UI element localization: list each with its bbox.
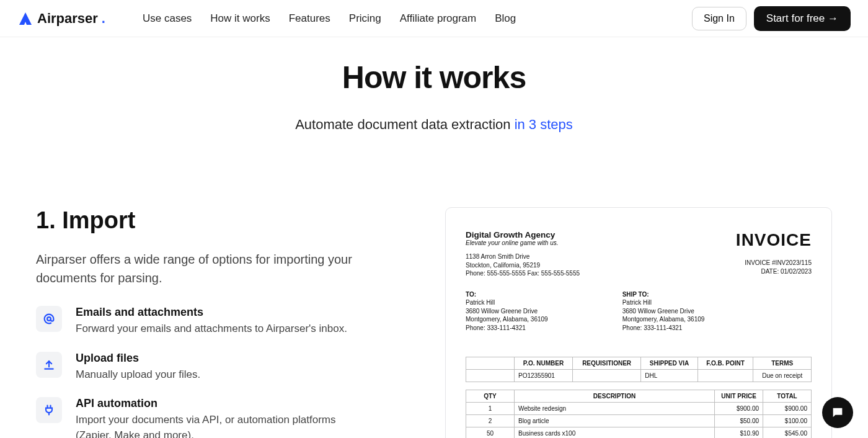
- page-subtitle: Automate document data extraction in 3 s…: [0, 117, 868, 133]
- th-req: REQUISITIONER: [572, 357, 640, 370]
- invoice-addr1: 1138 Arron Smith Drive: [466, 253, 580, 261]
- to-addr1: 3680 Willow Greene Drive: [466, 307, 548, 316]
- at-icon: [36, 306, 62, 332]
- th-ship: SHIPPED VIA: [641, 357, 698, 370]
- th-desc: DESCRIPTION: [514, 390, 714, 403]
- nav-affiliate[interactable]: Affiliate program: [400, 12, 476, 25]
- line-item: 1 Website redesign $900.00 $900.00: [466, 403, 812, 415]
- upload-icon: [36, 352, 62, 378]
- td-terms: Due on receipt: [753, 370, 812, 382]
- th-total: TOTAL: [763, 390, 812, 403]
- invoice-illustration: Digital Growth Agency Elevate your onlin…: [445, 207, 832, 438]
- td-po: PO12355901: [514, 370, 572, 382]
- brand-dot: .: [102, 11, 105, 27]
- subtitle-emphasis: in 3 steps: [515, 117, 573, 132]
- header-actions: Sign In Start for free →: [692, 6, 851, 31]
- signin-button[interactable]: Sign In: [692, 7, 746, 30]
- to-label: TO:: [466, 290, 548, 299]
- import-copy: 1. Import Airparser offers a wide range …: [36, 207, 420, 438]
- section-description: Airparser offers a wide range of options…: [36, 250, 371, 287]
- nav-features[interactable]: Features: [289, 12, 330, 25]
- feature-desc: Manually upload your files.: [76, 367, 200, 383]
- feature-title: Emails and attachments: [76, 306, 347, 319]
- th-terms: TERMS: [753, 357, 812, 370]
- feature-title: API automation: [76, 397, 373, 410]
- feature-desc: Forward your emails and attachments to A…: [76, 321, 347, 337]
- start-free-button[interactable]: Start for free →: [754, 6, 851, 31]
- to-name: Patrick Hill: [466, 298, 548, 307]
- subtitle-pre: Automate document data extraction: [295, 117, 514, 132]
- ship-addr1: 3680 Willow Greene Drive: [622, 307, 705, 316]
- invoice-card: Digital Growth Agency Elevate your onlin…: [445, 207, 832, 438]
- td-ship: DHL: [641, 370, 698, 382]
- feature-api: API automation Import your documents via…: [36, 397, 420, 438]
- invoice-addr2: Stockton, California, 95219: [466, 261, 580, 270]
- section-heading: 1. Import: [36, 207, 420, 234]
- brand-name: Airparser: [37, 11, 98, 27]
- th-po: P.O. NUMBER: [514, 357, 572, 370]
- hero-section: How it works Automate document data extr…: [0, 37, 868, 133]
- line-item: 50 Business cards x100 $10.90 $545.00: [466, 427, 812, 439]
- feature-emails: Emails and attachments Forward your emai…: [36, 306, 420, 337]
- nav-pricing[interactable]: Pricing: [349, 12, 381, 25]
- invoice-phone: Phone: 555-555-5555 Fax: 555-555-5555: [466, 269, 580, 278]
- feature-title: Upload files: [76, 352, 200, 365]
- ship-name: Patrick Hill: [622, 298, 705, 307]
- invoice-number: INVOICE #INV2023/115: [736, 259, 812, 267]
- invoice-po-table: P.O. NUMBER REQUISITIONER SHIPPED VIA F.…: [466, 357, 812, 382]
- nav-how-it-works[interactable]: How it works: [210, 12, 270, 25]
- to-addr2: Montgomery, Alabama, 36109: [466, 315, 548, 324]
- brand-mark-icon: [17, 11, 33, 26]
- ship-addr2: Montgomery, Alabama, 36109: [622, 315, 705, 324]
- brand-logo[interactable]: Airparser.: [17, 11, 105, 27]
- ship-phone: Phone: 333-111-4321: [622, 324, 705, 333]
- plug-icon: [36, 397, 62, 423]
- line-item: 2 Blog article $50.00 $100.00: [466, 415, 812, 427]
- import-section: 1. Import Airparser offers a wide range …: [0, 133, 868, 438]
- th-fob: F.O.B. POINT: [698, 357, 753, 370]
- th-qty: QTY: [466, 390, 515, 403]
- invoice-tagline: Elevate your online game with us.: [466, 239, 580, 246]
- th-unit: UNIT PRICE: [715, 390, 763, 403]
- site-header: Airparser. Use cases How it works Featur…: [0, 0, 868, 37]
- primary-nav: Use cases How it works Features Pricing …: [143, 12, 516, 25]
- feature-upload: Upload files Manually upload your files.: [36, 352, 420, 383]
- nav-use-cases[interactable]: Use cases: [143, 12, 192, 25]
- chat-button[interactable]: [822, 397, 853, 428]
- invoice-title: INVOICE: [736, 230, 812, 250]
- to-phone: Phone: 333-111-4321: [466, 324, 548, 333]
- td-req: [572, 370, 640, 382]
- feature-desc: Import your documents via API, or automa…: [76, 413, 373, 438]
- chat-icon: [831, 406, 844, 419]
- invoice-line-table: QTY DESCRIPTION UNIT PRICE TOTAL 1 Websi…: [466, 390, 812, 438]
- invoice-company: Digital Growth Agency: [466, 230, 580, 239]
- nav-blog[interactable]: Blog: [495, 12, 516, 25]
- ship-label: SHIP TO:: [622, 290, 705, 299]
- invoice-date: DATE: 01/02/2023: [736, 267, 812, 276]
- td-fob: [698, 370, 753, 382]
- page-title: How it works: [0, 60, 868, 96]
